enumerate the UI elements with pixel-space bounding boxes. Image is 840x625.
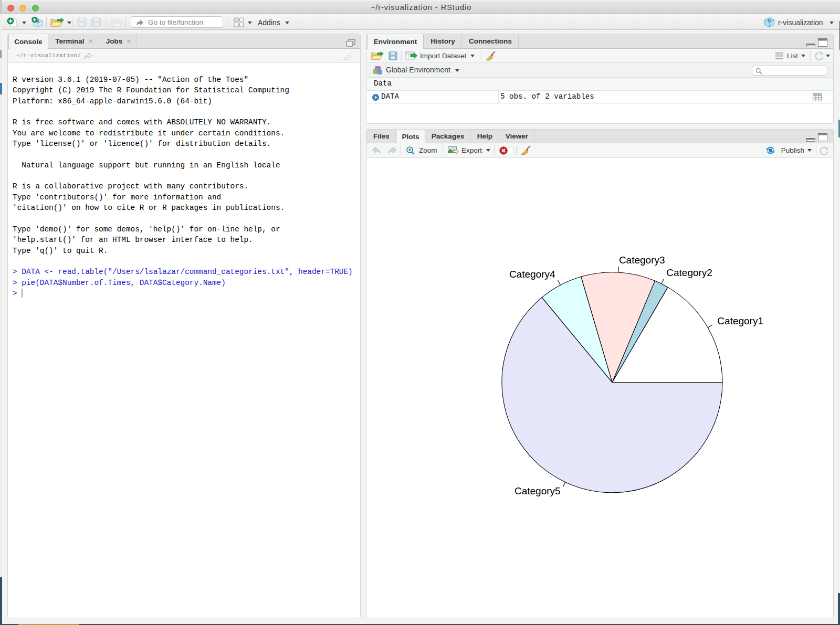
svg-text:R: R — [768, 18, 771, 23]
svg-text:Category1: Category1 — [717, 315, 763, 326]
svg-text:Category5: Category5 — [514, 485, 561, 496]
svg-text:Category3: Category3 — [619, 255, 665, 266]
svg-text:Category2: Category2 — [666, 267, 712, 278]
svg-text:Category4: Category4 — [509, 269, 555, 280]
